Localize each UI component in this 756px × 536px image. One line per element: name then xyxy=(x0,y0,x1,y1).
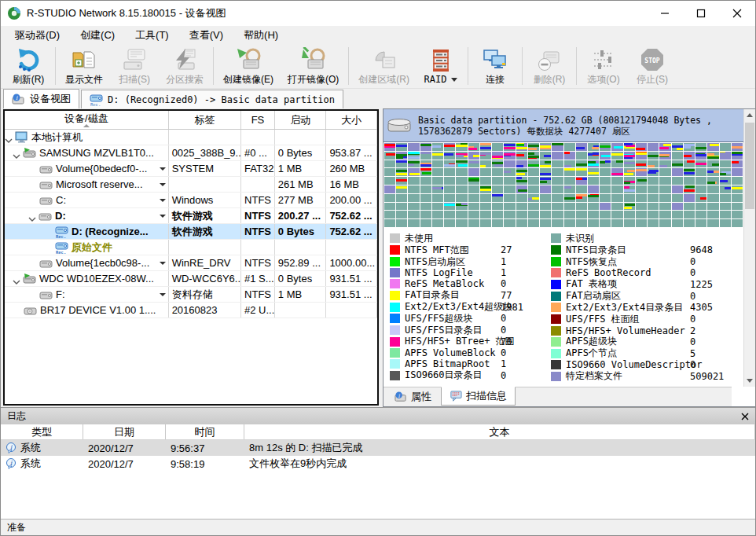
minimize-button[interactable] xyxy=(647,1,683,26)
tree-row-5[interactable]: D:软件游戏NTFS200.27 ...752.62 ... xyxy=(5,208,377,224)
scan-block xyxy=(659,143,670,151)
scan-block xyxy=(480,143,491,151)
legend-count: 70 xyxy=(501,336,513,347)
chevron-down-icon[interactable] xyxy=(160,167,166,171)
scan-block xyxy=(552,160,563,168)
menu-item-4[interactable]: 帮助(H) xyxy=(236,27,286,44)
legend-label: APFS VolumeBlock xyxy=(405,347,501,358)
scan-block xyxy=(659,152,670,160)
tab-properties[interactable]: i属性 xyxy=(387,387,439,406)
tree-row-9[interactable]: WDC WD10EZEX-08W...WD-WCC6Y6...#1 S...0 … xyxy=(5,271,377,287)
chevron-down-icon[interactable] xyxy=(160,262,166,265)
log-column-header-1[interactable]: 日期 xyxy=(83,424,166,439)
tree-row-3[interactable]: Microsoft reserve...261 MB16 MB xyxy=(5,177,377,193)
tree-row-2[interactable]: Volume{0bedecf0-...SYSTEMFAT321 MB260 MB xyxy=(5,161,377,177)
chevron-down-icon[interactable] xyxy=(451,78,457,82)
expand-chevron-icon[interactable] xyxy=(28,213,36,219)
scan-block xyxy=(695,203,706,211)
tree-column-header-3[interactable]: 启动 xyxy=(275,111,327,129)
panel-tabstrip: i属性扫描信息 xyxy=(384,387,732,406)
scan-block xyxy=(732,168,743,176)
options-icon xyxy=(591,47,616,72)
legend-item: NTFS MFT范围27 xyxy=(390,244,551,256)
tree-row-4[interactable]: C:WindowsNTFS277 MB200.00 ... xyxy=(5,193,377,208)
scroll-up-icon[interactable] xyxy=(744,109,755,121)
device-name: WDC WD10EZEX-08W... xyxy=(39,273,154,285)
scrollbar-thumb[interactable] xyxy=(745,123,754,209)
toolbar-separator xyxy=(468,47,468,85)
scan-info-icon xyxy=(450,391,462,402)
log-column-header-3[interactable]: 文本 xyxy=(244,424,755,439)
volume-icon xyxy=(39,257,53,270)
scan-block xyxy=(468,152,479,160)
maximize-button[interactable] xyxy=(683,1,719,26)
legend-swatch xyxy=(390,314,400,323)
menu-item-2[interactable]: 工具(T) xyxy=(127,27,177,44)
tree-row-6[interactable]: Rec.D: (Recognize...软件游戏NTFS0 Bytes752.6… xyxy=(5,224,377,240)
cell-fs xyxy=(241,240,275,255)
tree-row-7[interactable]: Rec.原始文件 xyxy=(5,240,377,255)
menu-item-1[interactable]: 创建(C) xyxy=(72,27,123,44)
tree-row-1[interactable]: SAMSUNG MZVLB1T0...0025_388B_9...#0 ...0… xyxy=(5,145,377,161)
vertical-scrollbar[interactable] xyxy=(743,109,755,387)
tree-column-header-1[interactable]: 标签 xyxy=(169,111,241,129)
log-title-bar: 日志 xyxy=(1,408,756,424)
connect-button[interactable]: 连接 xyxy=(471,44,519,88)
scan-block xyxy=(707,203,718,211)
open-image-icon xyxy=(301,47,326,72)
raid-button[interactable]: RAID xyxy=(417,44,465,88)
tree-row-0[interactable]: 本地计算机 xyxy=(5,130,377,145)
log-column-header-0[interactable]: 类型 xyxy=(1,424,83,439)
open-image-button[interactable]: 打开镜像(O) xyxy=(281,44,346,88)
expand-chevron-icon[interactable] xyxy=(13,150,20,156)
chevron-down-icon[interactable] xyxy=(160,215,166,218)
log-text: 8m 12s 的 D: 扫描已完成 xyxy=(244,440,755,456)
refresh-button[interactable]: 刷新(R) xyxy=(4,44,53,88)
tab-scan-info[interactable]: 扫描信息 xyxy=(441,387,516,406)
tree-row-11[interactable]: BR17 DEVICE V1.00 1....20160823#2 U... xyxy=(5,303,377,318)
scan-block xyxy=(576,203,587,211)
log-column-header-2[interactable]: 时间 xyxy=(166,424,244,439)
tree-column-header-2[interactable]: FS xyxy=(241,111,275,129)
scan-block xyxy=(504,203,515,211)
scan-block xyxy=(600,143,611,151)
log-row-1[interactable]: i系统2020/12/79:58:19文件枚举在9秒内完成 xyxy=(1,456,756,472)
scan-block xyxy=(528,185,539,193)
scan-block xyxy=(636,160,647,168)
scan-block xyxy=(528,143,539,151)
scan-block xyxy=(408,177,419,185)
scan-block xyxy=(648,152,659,160)
stop-button: STOP停止(S) xyxy=(628,44,677,88)
expand-chevron-icon[interactable] xyxy=(5,134,13,141)
scan-block xyxy=(492,160,503,168)
svg-text:Rec.: Rec. xyxy=(56,249,66,254)
chevron-down-icon[interactable] xyxy=(160,293,166,296)
scan-block xyxy=(659,177,670,185)
toolbar-separator xyxy=(576,47,577,85)
log-type: 系统 xyxy=(20,441,41,455)
tree-column-header-0[interactable]: 设备/磁盘 xyxy=(5,111,169,129)
create-image-button[interactable]: 创建镜像(E) xyxy=(216,44,281,88)
tree-row-8[interactable]: Volume{1ecb0c98-...WinRE_DRVNTFS952.89 .… xyxy=(5,255,377,271)
tree-row-10[interactable]: F:资料存储NTFS1 MB931.51 ... xyxy=(5,287,377,303)
scan-block xyxy=(408,143,419,151)
cell-fs xyxy=(241,177,275,192)
scan-block xyxy=(659,219,670,227)
log-row-0[interactable]: i系统2020/12/79:56:378m 12s 的 D: 扫描已完成 xyxy=(1,440,756,456)
scan-block xyxy=(480,194,491,202)
chevron-down-icon[interactable] xyxy=(160,199,166,202)
expand-chevron-icon[interactable] xyxy=(13,276,20,282)
scroll-down-icon[interactable] xyxy=(744,375,755,387)
show-files-button[interactable]: 显示文件 xyxy=(58,44,110,88)
tree-column-header-4[interactable]: 大小 xyxy=(326,111,377,129)
scan-block xyxy=(672,211,683,218)
log-close-icon[interactable] xyxy=(739,411,750,422)
chevron-down-icon[interactable] xyxy=(160,183,166,186)
menu-item-0[interactable]: 驱动器(D) xyxy=(7,27,68,44)
menu-item-3[interactable]: 查看(V) xyxy=(182,27,231,44)
scan-block xyxy=(468,143,479,151)
scan-block xyxy=(504,143,515,151)
tab-device-view[interactable]: i设备视图 xyxy=(3,89,79,108)
close-button[interactable] xyxy=(719,1,755,26)
tab-scan-result[interactable]: Rec.D: (Recognized0) -> Basic data parti… xyxy=(81,90,343,108)
